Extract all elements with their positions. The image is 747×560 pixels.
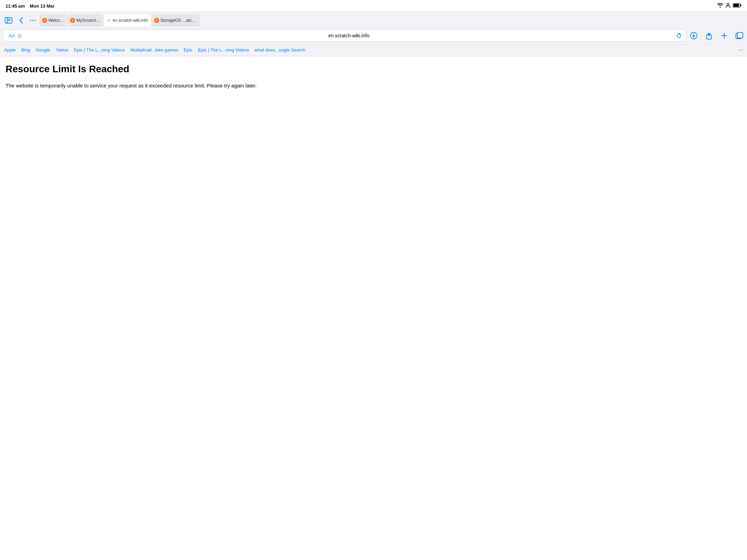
svg-rect-6 <box>8 19 11 20</box>
bookmark-apple[interactable]: Apple <box>4 47 16 53</box>
tab-drag-handle <box>28 15 38 26</box>
reload-button[interactable] <box>676 33 682 38</box>
tab-3-title: en.scratch-wiki.info <box>113 18 148 23</box>
toolbar-icons <box>689 31 744 40</box>
page-body: The website is temporarily unable to ser… <box>6 82 741 90</box>
svg-rect-3 <box>734 4 739 7</box>
svg-rect-12 <box>737 32 743 38</box>
account-icon <box>725 2 731 9</box>
bookmark-google[interactable]: Google <box>36 47 50 53</box>
tab-4-title: StorageOS …atch - M <box>160 18 197 23</box>
bookmark-multiplication[interactable]: Multiplicati...bles games <box>130 47 178 53</box>
download-button[interactable] <box>689 31 699 40</box>
reader-mode-button[interactable]: AA <box>7 32 16 39</box>
bookmark-epic-2[interactable]: Epic <box>184 47 192 53</box>
tabs-container: S Welco… S MyScratch… ✕ en.scratch-wiki.… <box>39 14 744 27</box>
svg-rect-7 <box>8 20 10 21</box>
lock-icon <box>18 34 21 38</box>
tab-1-favicon: S <box>42 18 47 23</box>
address-bar-row: AA en.scratch-wiki.info <box>0 29 747 44</box>
bookmark-yahoo[interactable]: Yahoo <box>56 47 68 53</box>
browser-chrome: S Welco… S MyScratch… ✕ en.scratch-wiki.… <box>0 11 747 56</box>
tabs-overview-button[interactable] <box>735 31 744 40</box>
date-display: Mon 13 Mar <box>30 3 55 9</box>
bookmarks-bar: Apple Bing Google Yahoo Epic | The L...n… <box>0 44 747 56</box>
tab-2[interactable]: S MyScratch… <box>67 14 103 27</box>
bookmark-what-does[interactable]: what does...oogle Search <box>255 47 305 53</box>
page-content: Resource Limit Is Reached The website is… <box>0 56 747 96</box>
tab-2-favicon: S <box>70 18 75 23</box>
tab-3-active[interactable]: ✕ en.scratch-wiki.info <box>104 14 151 27</box>
url-display: en.scratch-wiki.info <box>24 33 674 38</box>
new-tab-button[interactable] <box>719 31 729 40</box>
tab-1-title: Welco… <box>48 18 64 23</box>
back-button[interactable] <box>16 15 26 26</box>
page-title: Resource Limit Is Reached <box>6 63 741 75</box>
tab-bar: S Welco… S MyScratch… ✕ en.scratch-wiki.… <box>0 11 747 29</box>
svg-rect-2 <box>740 4 741 6</box>
status-time: 11:45 am Mon 13 Mar <box>6 3 55 9</box>
tab-4-favicon: S <box>154 18 159 23</box>
status-indicators <box>717 2 741 9</box>
address-bar[interactable]: AA en.scratch-wiki.info <box>3 29 686 42</box>
time-display: 11:45 am <box>6 3 25 9</box>
tab-1[interactable]: S Welco… <box>39 14 67 27</box>
bookmark-epic-3[interactable]: Epic | The L...ning Videos <box>198 47 249 53</box>
svg-point-0 <box>727 3 729 6</box>
share-button[interactable] <box>704 31 714 40</box>
wifi-icon <box>717 3 723 9</box>
bookmark-epic-1[interactable]: Epic | The L...ning Videos <box>74 47 125 53</box>
bookmarks-more-button[interactable]: ··· <box>739 47 743 53</box>
tab-4[interactable]: S StorageOS …atch - M <box>151 14 200 27</box>
tab-3-close[interactable]: ✕ <box>107 18 111 23</box>
status-bar: 11:45 am Mon 13 Mar <box>0 0 747 11</box>
battery-icon <box>733 3 741 9</box>
tab-2-title: MyScratch… <box>76 18 100 23</box>
sidebar-button[interactable] <box>3 15 15 26</box>
svg-rect-8 <box>18 35 21 38</box>
bookmark-bing[interactable]: Bing <box>21 47 30 53</box>
